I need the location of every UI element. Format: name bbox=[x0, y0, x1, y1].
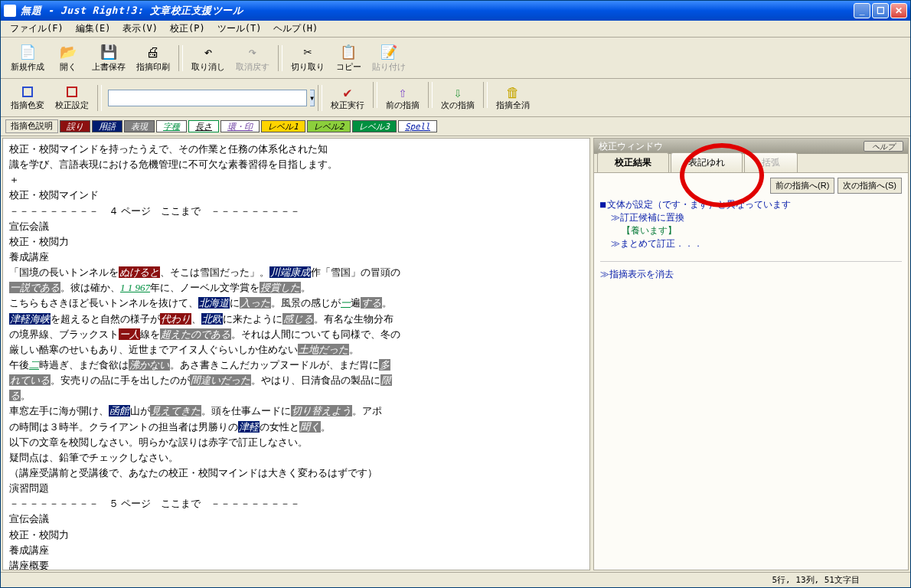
new-icon: 📄 bbox=[18, 43, 37, 60]
new-button[interactable]: 📄新規作成 bbox=[5, 41, 50, 75]
print-button[interactable]: 🖨指摘印刷 bbox=[131, 41, 175, 75]
run-button[interactable]: ✔校正実行 bbox=[325, 82, 370, 113]
cut-icon: ✂ bbox=[299, 43, 317, 60]
proof-settings-button[interactable]: 校正設定 bbox=[50, 82, 94, 113]
cursor-position: 5行, 13列, 51文字目 bbox=[772, 574, 906, 586]
next-button[interactable]: ⇩次の指摘 bbox=[436, 82, 480, 113]
legend-chip[interactable]: レベル2 bbox=[307, 120, 351, 132]
prev-button[interactable]: ⇧前の指摘 bbox=[380, 82, 425, 113]
editor-line: れている。安売りの品に手を出したのが間違いだった。やはり、日清食品の製品に限 bbox=[9, 373, 583, 388]
save-icon: 💾 bbox=[100, 43, 118, 60]
editor-line: －－－－－－－－－ ４ ページ ここまで －－－－－－－－－ bbox=[9, 204, 583, 219]
open-icon: 📂 bbox=[59, 43, 77, 60]
combo-dropdown-button[interactable]: ▾ bbox=[310, 90, 315, 106]
editor-line: 津軽海峡を超えると自然の様子が代わり、北欧に来たように感じる。有名な生物分布 bbox=[9, 312, 583, 327]
editor-line: －－－－－－－－－ ５ ページ ここまで －－－－－－－－－ bbox=[9, 496, 583, 511]
save-button[interactable]: 💾上書保存 bbox=[87, 41, 131, 75]
statusbar: 5行, 13列, 51文字目 bbox=[1, 572, 910, 587]
menu-item[interactable]: 表示(V) bbox=[116, 21, 164, 37]
legend-chip[interactable]: レベル1 bbox=[261, 120, 305, 132]
tab-表記ゆれ[interactable]: 表記ゆれ bbox=[671, 152, 743, 172]
menu-item[interactable]: ヘルプ(H) bbox=[267, 21, 324, 37]
message-title: 文体が設定（です・ます）と異なっています bbox=[600, 198, 902, 211]
editor-line: 養成講座 bbox=[9, 250, 583, 265]
editor-line: 養成講座 bbox=[9, 543, 583, 558]
paste-icon: 📝 bbox=[380, 43, 398, 60]
proof-panel-title: 校正ウィンドウ bbox=[599, 140, 663, 153]
editor-line: る。 bbox=[9, 388, 583, 403]
color-change-button[interactable]: 指摘色変 bbox=[5, 82, 50, 113]
copy-button[interactable]: 📋コピー bbox=[330, 41, 367, 75]
prev-icon: ⇧ bbox=[394, 84, 411, 100]
editor-line: 校正・校閲力 bbox=[9, 234, 583, 250]
next-pointer-button[interactable]: 次の指摘へ(S) bbox=[838, 178, 902, 194]
paste-button: 📝貼り付け bbox=[367, 41, 411, 75]
legend-chip[interactable]: 長さ bbox=[188, 120, 219, 132]
editor-line: の境界線、ブラックストー人線を超えたのである。それは人間についても同様で、冬の bbox=[9, 327, 583, 342]
legend-chip[interactable]: 誤り bbox=[60, 120, 90, 132]
legend-chip[interactable]: 表現 bbox=[124, 120, 155, 132]
undo-button[interactable]: ↶取り消し bbox=[186, 41, 230, 75]
editor-line: 校正・校閲力 bbox=[9, 528, 583, 543]
proof-body: 前の指摘へ(R) 次の指摘へ(S) 文体が設定（です・ます）と異なっています ≫… bbox=[594, 172, 908, 570]
maximize-button[interactable]: ☐ bbox=[872, 3, 889, 18]
print-icon: 🖨 bbox=[144, 43, 162, 60]
menubar: ファイル(F)編集(E)表示(V)校正(P)ツール(T)ヘルプ(H) bbox=[1, 21, 910, 38]
candidate-text: 【養います】 bbox=[600, 224, 902, 237]
editor-line: 車窓左手に海が開け、函館山が見えてきた。頭を仕事ムードに切り替えよう。アポ bbox=[9, 403, 583, 419]
editor-line: の時間は３時半。クライアントの担当者は男勝りの津軽の女性と聞く。 bbox=[9, 420, 583, 435]
redo-button: ↷取消戻す bbox=[230, 41, 275, 75]
replace-candidate-link[interactable]: ≫訂正候補に置換 bbox=[600, 211, 902, 224]
window-title: 無題 - Just Right!3: 文章校正支援ツール bbox=[21, 4, 854, 18]
legend-chip[interactable]: 用語 bbox=[92, 120, 122, 132]
close-button[interactable]: ✕ bbox=[890, 3, 907, 18]
redo-icon: ↷ bbox=[243, 43, 262, 60]
legend-label-button[interactable]: 指摘色説明 bbox=[5, 119, 58, 133]
menu-item[interactable]: ツール(T) bbox=[211, 21, 268, 37]
legend-chip[interactable]: Spell bbox=[398, 120, 437, 132]
editor-line: 校正・校閲マインドを持ったうえで、その作業と任務の体系化された知 bbox=[9, 142, 583, 157]
proof-panel: 校正ウィンドウ ヘルプ 校正結果表記ゆれ括弧 前の指摘へ(R) 次の指摘へ(S)… bbox=[593, 138, 909, 570]
editor-line: 演習問題 bbox=[9, 481, 583, 496]
menu-item[interactable]: 校正(P) bbox=[164, 21, 211, 37]
prev-pointer-button[interactable]: 前の指摘へ(R) bbox=[770, 178, 834, 194]
clear-all-button[interactable]: 🗑指摘全消 bbox=[491, 82, 535, 113]
editor-pane[interactable]: 校正・校閲マインドを持ったうえで、その作業と任務の体系化された知識を学び、言語表… bbox=[2, 138, 590, 570]
help-button[interactable]: ヘルプ bbox=[864, 141, 903, 152]
tab-校正結果[interactable]: 校正結果 bbox=[597, 152, 669, 172]
next-icon: ⇩ bbox=[449, 84, 466, 100]
toolbar-proof: 指摘色変校正設定 ▾ ✔校正実行⇧前の指摘⇩次の指摘🗑指摘全消 bbox=[1, 79, 910, 117]
legend-chip[interactable]: 環・印 bbox=[220, 120, 260, 132]
editor-line: 宣伝会議 bbox=[9, 219, 583, 234]
minimize-button[interactable]: _ bbox=[854, 3, 870, 18]
editor-line: 厳しい酷寒のせいもあり、近世までアイヌ人ぐらいしか住めない土地だった。 bbox=[9, 342, 583, 358]
editor-line: 午後二時過ぎ、まだ食欲は沸かない。あさ書きこんだカップヌードルが、まだ胃に多 bbox=[9, 358, 583, 373]
proof-panel-header: 校正ウィンドウ ヘルプ bbox=[594, 139, 908, 154]
clear-indication-link[interactable]: ≫指摘表示を消去 bbox=[600, 268, 902, 281]
editor-line: 以下の文章を校閲しなさい。明らかな誤りは赤字で訂正しなさい。 bbox=[9, 435, 583, 450]
open-button[interactable]: 📂開く bbox=[50, 41, 87, 75]
legend-chip[interactable]: レベル3 bbox=[352, 120, 397, 132]
editor-line: こちらもさきほど長いトンネルを抜けて、北海道に入った。風景の感じが一遍する。 bbox=[9, 296, 583, 311]
run-icon: ✔ bbox=[339, 84, 356, 100]
undo-icon: ↶ bbox=[199, 43, 217, 60]
editor-line: 校正・校閲マインド bbox=[9, 188, 583, 203]
cut-button[interactable]: ✂切り取り bbox=[286, 41, 330, 75]
pattern-combo[interactable] bbox=[108, 90, 307, 106]
clear-all-icon: 🗑 bbox=[504, 84, 521, 100]
menu-item[interactable]: 編集(E) bbox=[70, 21, 117, 37]
toolbar-main: 📄新規作成📂開く💾上書保存🖨指摘印刷↶取り消し↷取消戻す✂切り取り📋コピー📝貼り… bbox=[1, 38, 910, 79]
app-window: 無題 - Just Right!3: 文章校正支援ツール _ ☐ ✕ ファイル(… bbox=[0, 0, 911, 588]
copy-icon: 📋 bbox=[339, 43, 358, 60]
menu-item[interactable]: ファイル(F) bbox=[4, 21, 70, 37]
editor-line: 一説である。彼は確か、1 1 967年に、ノーベル文学賞を授賞した。 bbox=[9, 280, 583, 296]
editor-line: （講座受講前と受講後で、あなたの校正・校閲マインドは大きく変わるはずです） bbox=[9, 466, 583, 481]
legend-bar: 指摘色説明誤り用語表現字種長さ環・印レベル1レベル2レベル3Spell bbox=[1, 117, 910, 136]
titlebar: 無題 - Just Right!3: 文章校正支援ツール _ ☐ ✕ bbox=[1, 1, 910, 21]
batch-correct-link[interactable]: ≫まとめて訂正．．． bbox=[600, 237, 902, 250]
app-icon bbox=[4, 5, 16, 17]
workarea: 校正・校閲マインドを持ったうえで、その作業と任務の体系化された知識を学び、言語表… bbox=[1, 136, 910, 572]
editor-line: 「国境の長いトンネルをぬけると、そこは雪国だった」。川端康成作「雪国」の冒頭の bbox=[9, 265, 583, 280]
proof-settings-icon bbox=[64, 84, 80, 100]
legend-chip[interactable]: 字種 bbox=[156, 120, 187, 132]
